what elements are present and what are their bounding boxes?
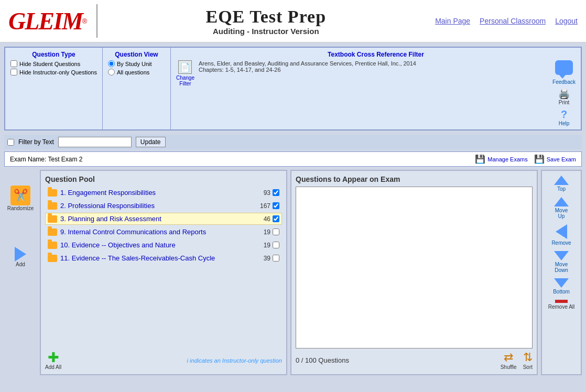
exam-name-label: Exam Name: Test Exam 2 xyxy=(10,156,83,163)
move-up-btn-label: MoveUp xyxy=(555,208,568,219)
filter-text-input[interactable] xyxy=(58,137,132,147)
move-up-btn[interactable]: MoveUp xyxy=(554,197,569,219)
filter-area: Question Type Hide Student Questions Hid… xyxy=(4,47,582,130)
add-label: Add xyxy=(16,262,25,267)
help-btn[interactable]: ? Help xyxy=(559,108,570,126)
textbook-filter-panel: Textbook Cross Reference Filter 📄 Change… xyxy=(171,48,581,129)
all-questions-label: All questions xyxy=(117,69,149,75)
hint-text: i indicates an Instructor-only question xyxy=(187,357,282,364)
pool-actions: ✂️ Randomize Add xyxy=(4,170,37,375)
hide-instructor-checkbox[interactable] xyxy=(10,69,17,75)
filter-by-text-label: Filter by Text xyxy=(18,138,54,146)
questions-panel: Questions to Appear on Exam 0 / 100 Ques… xyxy=(290,170,538,375)
pool-item-3-text: 3. Planning and Risk Assessment xyxy=(60,215,264,223)
shuffle-btn[interactable]: ⇄ Shuffle xyxy=(501,351,517,370)
by-study-unit-label: By Study Unit xyxy=(117,61,152,67)
pool-title: Question Pool xyxy=(45,175,282,183)
pool-item-5[interactable]: 10. Evidence -- Objectives and Nature 19 xyxy=(45,239,282,251)
questions-panel-title: Questions to Appear on Exam xyxy=(296,175,533,183)
move-down-btn-label: MoveDown xyxy=(555,262,568,273)
pool-item-1-checkbox[interactable] xyxy=(273,189,279,196)
pool-item-2[interactable]: 2. Professional Responsibilities 167 xyxy=(45,200,282,212)
textbook-filter-label: Textbook Cross Reference Filter xyxy=(176,51,576,58)
top-btn-label: Top xyxy=(557,186,566,192)
randomize-btn[interactable]: ✂️ Randomize xyxy=(7,186,34,211)
filter-by-text-checkbox[interactable] xyxy=(7,139,14,146)
save-exam-btn[interactable]: 💾 Save Exam xyxy=(534,154,576,164)
pool-item-5-count: 19 xyxy=(264,242,270,249)
personal-classroom-link[interactable]: Personal Classroom xyxy=(480,17,546,25)
add-all-label: Add All xyxy=(45,364,61,370)
bottom-btn-label: Bottom xyxy=(553,289,570,295)
logo-reg: ® xyxy=(82,17,88,25)
hide-instructor-label: Hide Instructor-only Questions xyxy=(19,69,97,75)
pool-item-4-checkbox[interactable] xyxy=(273,228,279,235)
hide-student-label: Hide Student Questions xyxy=(19,61,80,67)
pool-item-2-checkbox[interactable] xyxy=(273,202,279,209)
pool-item-6-text: 11. Evidence -- The Sales-Receivables-Ca… xyxy=(60,254,264,262)
filter-text-row: Filter by Text Update xyxy=(4,135,582,149)
textbook-line1: Arens, Elder, and Beasley, Auditing and … xyxy=(199,60,416,67)
right-nav: Top MoveUp Remove MoveDown Bottom Remove… xyxy=(541,170,582,375)
change-filter-btn[interactable]: 📄 ChangeFilter xyxy=(176,60,194,86)
sort-btn[interactable]: ⇅ Sort xyxy=(523,351,533,370)
pool-item-1-count: 93 xyxy=(264,189,270,197)
update-button[interactable]: Update xyxy=(136,137,166,147)
bottom-btn[interactable]: Bottom xyxy=(553,278,570,295)
pool-item-3-checkbox[interactable] xyxy=(273,215,279,222)
textbook-line2: Chapters: 1-5, 14-17, and 24-26 xyxy=(199,67,416,73)
header-nav: Main Page Personal Classroom Logout xyxy=(435,17,578,25)
randomize-label: Randomize xyxy=(7,205,34,211)
header-title: EQE Test Prep Auditing - Instructor Vers… xyxy=(107,7,425,36)
add-all-btn[interactable]: ✚ Add All xyxy=(45,351,61,370)
question-type-panel: Question Type Hide Student Questions Hid… xyxy=(5,48,103,129)
remove-btn[interactable]: Remove xyxy=(551,224,571,246)
by-study-unit-radio[interactable] xyxy=(108,60,115,67)
print-btn[interactable]: 🖨️ Print xyxy=(558,88,570,105)
questions-count: 0 / 100 Questions xyxy=(296,356,349,364)
all-questions-radio[interactable] xyxy=(108,69,115,75)
help-label: Help xyxy=(559,121,570,126)
remove-all-btn-label: Remove All xyxy=(548,304,575,310)
pool-item-1[interactable]: 1. Engagement Responsibilities 93 xyxy=(45,187,282,199)
app-title: EQE Test Prep xyxy=(107,7,425,27)
question-type-label: Question Type xyxy=(10,51,97,58)
pool-item-4-count: 19 xyxy=(264,228,270,236)
pool-item-1-text: 1. Engagement Responsibilities xyxy=(60,189,264,197)
shuffle-label: Shuffle xyxy=(501,364,517,370)
pool-item-6-checkbox[interactable] xyxy=(273,255,279,262)
print-label: Print xyxy=(559,100,570,105)
logo-gleim: GLEIM xyxy=(8,7,82,35)
change-filter-label: ChangeFilter xyxy=(176,75,194,86)
logout-link[interactable]: Logout xyxy=(555,17,578,25)
question-view-label: Question View xyxy=(108,51,165,58)
pool-item-6-count: 39 xyxy=(264,255,270,262)
pool-item-2-text: 2. Professional Responsibilities xyxy=(60,202,260,210)
pool-item-6[interactable]: 11. Evidence -- The Sales-Receivables-Ca… xyxy=(45,252,282,264)
pool-item-2-count: 167 xyxy=(260,202,270,210)
feedback-btn[interactable]: Feedback xyxy=(552,60,576,85)
remove-btn-label: Remove xyxy=(551,240,571,246)
pool-item-3[interactable]: 3. Planning and Risk Assessment 46 xyxy=(45,213,282,225)
exam-name-row: Exam Name: Test Exam 2 💾 Manage Exams 💾 … xyxy=(4,151,582,167)
questions-list-box[interactable] xyxy=(296,187,533,349)
pool-item-5-text: 10. Evidence -- Objectives and Nature xyxy=(60,241,264,249)
question-pool: Question Pool 1. Engagement Responsibili… xyxy=(40,170,287,375)
pool-item-5-checkbox[interactable] xyxy=(273,242,279,248)
pool-list: 1. Engagement Responsibilities 93 2. Pro… xyxy=(45,187,282,346)
question-view-panel: Question View By Study Unit All question… xyxy=(103,48,171,129)
top-btn[interactable]: Top xyxy=(554,176,569,192)
pool-item-3-count: 46 xyxy=(264,215,270,223)
logo: GLEIM® xyxy=(8,4,107,38)
main-page-link[interactable]: Main Page xyxy=(435,17,470,25)
app-subtitle: Auditing - Instructor Version xyxy=(107,27,425,36)
manage-exams-btn[interactable]: 💾 Manage Exams xyxy=(475,154,527,164)
hide-student-checkbox[interactable] xyxy=(10,60,17,67)
add-btn[interactable]: Add xyxy=(15,247,26,267)
move-down-btn[interactable]: MoveDown xyxy=(554,251,569,273)
remove-all-btn[interactable]: Remove All xyxy=(548,300,575,310)
sort-label: Sort xyxy=(523,364,533,370)
pool-item-4-text: 9. Internal Control Communications and R… xyxy=(60,228,264,236)
feedback-label: Feedback xyxy=(552,79,576,85)
pool-item-4[interactable]: 9. Internal Control Communications and R… xyxy=(45,226,282,238)
